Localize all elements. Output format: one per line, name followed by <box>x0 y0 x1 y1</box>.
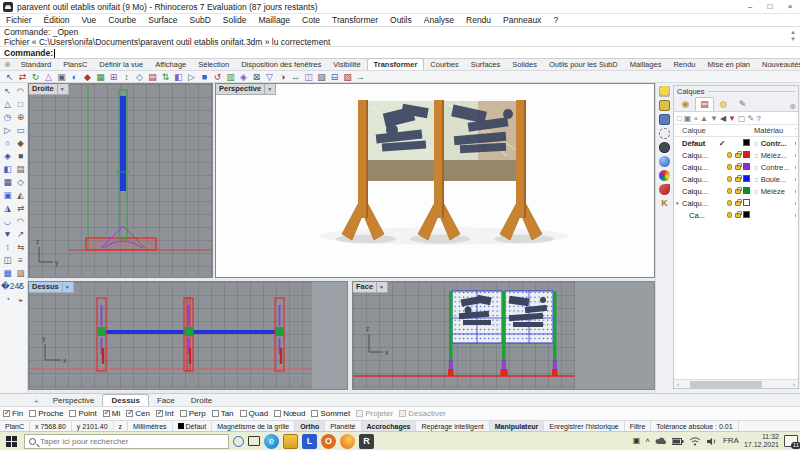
tray-app-icon[interactable]: ▣ <box>633 436 641 446</box>
cortana-icon[interactable] <box>233 436 244 447</box>
viewport-face-label[interactable]: Face▼ <box>353 282 388 293</box>
layer-linetype[interactable]: Continu <box>795 151 796 160</box>
bulb-icon[interactable] <box>659 86 670 97</box>
gear-icon[interactable]: ⊕ <box>789 102 796 111</box>
edge-icon[interactable]: e <box>264 434 279 449</box>
layer-lock-icon[interactable] <box>735 213 741 218</box>
menu-item[interactable]: Édition <box>38 15 76 25</box>
move-down-icon[interactable]: ▼ <box>710 114 718 123</box>
menu-item[interactable]: Fichier <box>0 15 38 25</box>
ribbon-tab[interactable]: Visibilité <box>327 59 366 70</box>
add-viewport-button[interactable]: + <box>28 397 45 406</box>
checkbox-icon[interactable] <box>29 410 36 417</box>
units-cell[interactable]: Millimètres <box>128 421 172 431</box>
osnap-checkbox[interactable]: Proche <box>29 409 63 418</box>
office-icon[interactable]: O <box>321 434 336 449</box>
checkbox-icon[interactable] <box>212 410 219 417</box>
ribbon-tab[interactable]: Transformer <box>367 58 425 70</box>
save-icon[interactable] <box>659 114 670 125</box>
layer-row[interactable]: ▾ Calqu... ✓ ○ Continu <box>674 197 798 209</box>
search-input[interactable] <box>40 437 200 446</box>
toolbar-icon[interactable]: ⇅ <box>159 72 172 82</box>
layer-row[interactable]: Calqu... ✓ ○ Boule... Continu <box>674 173 798 185</box>
checkbox-icon[interactable] <box>69 410 76 417</box>
lasso-icon[interactable] <box>659 128 670 139</box>
perspective-render[interactable] <box>216 84 655 278</box>
filter-left-icon[interactable]: ◀ <box>720 114 726 123</box>
chevron-down-icon[interactable]: ▼ <box>264 84 272 94</box>
chevron-down-icon[interactable]: ▼ <box>57 84 65 94</box>
checkbox-icon[interactable] <box>240 410 247 417</box>
viewport-tab[interactable]: Face <box>149 395 183 406</box>
tool-icon[interactable]: ▩ <box>1 267 14 280</box>
menu-item[interactable]: Outils <box>384 15 418 25</box>
tool-icon[interactable]: ⊕ <box>14 111 27 124</box>
layer-linetype[interactable]: Continu <box>795 175 796 184</box>
ribbon-tab[interactable]: Mise en plan <box>702 59 757 70</box>
toolbar-icon[interactable]: ▦ <box>94 72 107 82</box>
layer-linetype[interactable]: Continu <box>795 163 796 172</box>
layer-visibility-icon[interactable] <box>727 164 732 170</box>
status-toggle[interactable]: Filtre <box>625 421 652 431</box>
osnap-checkbox[interactable]: Mi <box>103 409 120 418</box>
tool-icon[interactable]: ◠ <box>14 85 27 98</box>
battery-icon[interactable] <box>672 437 684 446</box>
toolbar-icon[interactable]: ◐ <box>68 72 81 82</box>
ribbon-tab[interactable]: Outils pour les SubD <box>543 59 624 70</box>
render-globe-icon[interactable] <box>659 142 670 153</box>
layers-tab-icon[interactable]: ▤ <box>695 97 714 111</box>
toolbar-icon[interactable]: ◈ <box>237 72 250 82</box>
toolbar-icon[interactable]: ◧ <box>172 72 185 82</box>
menu-item[interactable]: Cote <box>296 15 326 25</box>
layer-name[interactable]: Calqu... <box>682 163 719 172</box>
viewport-tab[interactable]: Dessus <box>102 394 148 406</box>
ribbon-tab[interactable]: Définir la vue <box>93 59 149 70</box>
status-toggle[interactable]: Ortho <box>295 421 325 431</box>
file-explorer-icon[interactable] <box>283 434 298 449</box>
delete-layer-icon[interactable]: × <box>693 114 698 123</box>
layer-row[interactable]: Calqu... ✓ ○ Mélèze Continu <box>674 185 798 197</box>
tool-icon[interactable]: ↕ <box>1 241 14 254</box>
tool-icon[interactable]: ▦ <box>1 176 14 189</box>
cplane-cell[interactable]: PlanC <box>0 421 30 431</box>
new-layer-icon[interactable]: □ <box>677 114 682 123</box>
checkbox-icon[interactable] <box>274 410 281 417</box>
dessus-view-drawing[interactable]: y x <box>29 282 348 390</box>
layer-material[interactable]: ○ Boule... <box>754 175 795 184</box>
tool-icon[interactable]: ▤ <box>14 163 27 176</box>
layer-linetype[interactable]: Continu <box>795 211 796 220</box>
toolbar-icon[interactable]: ▧ <box>341 72 354 82</box>
toolbar-icon[interactable]: ◆ <box>81 72 94 82</box>
tool-icon[interactable]: ⇆ <box>14 241 27 254</box>
speaker-icon[interactable] <box>706 437 718 446</box>
toolbar-icon[interactable]: ▤ <box>146 72 159 82</box>
scroll-left-icon[interactable]: ‹ <box>674 381 682 387</box>
menu-item[interactable]: Surface <box>142 15 183 25</box>
layer-row[interactable]: Calqu... ✓ ○ Contre... Continu <box>674 161 798 173</box>
toolbar-icon[interactable]: ↖ <box>3 72 16 82</box>
start-button[interactable] <box>2 434 20 448</box>
scroll-right-icon[interactable]: › <box>790 381 798 387</box>
layer-color-swatch[interactable] <box>743 163 750 170</box>
layer-name[interactable]: Défaut <box>682 139 719 148</box>
layer-row[interactable]: Défaut ✓ ○ Contr... Continu <box>674 137 798 149</box>
viewport-tab[interactable]: Droite <box>183 395 220 406</box>
layer-visibility-icon[interactable] <box>727 176 732 182</box>
tool-icon[interactable]: �245 <box>1 280 14 293</box>
bolt-icon[interactable]: K <box>659 198 670 209</box>
funnel-icon[interactable]: ▼ <box>728 114 736 123</box>
toolbar-icon[interactable]: ⊞ <box>107 72 120 82</box>
menu-item[interactable]: ? <box>547 15 564 25</box>
menu-item[interactable]: Maillage <box>252 15 296 25</box>
osnap-checkbox[interactable]: Perp <box>180 409 206 418</box>
ribbon-tab[interactable]: Standard <box>15 59 57 70</box>
osnap-checkbox[interactable]: Nœud <box>274 409 305 418</box>
layer-visibility-icon[interactable] <box>727 212 732 218</box>
layer-color-swatch[interactable] <box>743 211 750 218</box>
layer-material[interactable]: ○ Contr... <box>754 139 795 148</box>
layer-name[interactable]: Calqu... <box>682 199 719 208</box>
tool-icon[interactable]: ≡ <box>14 254 27 267</box>
ribbon-tab[interactable]: Sélection <box>192 59 235 70</box>
menu-item[interactable]: Courbe <box>102 15 142 25</box>
tool-icon[interactable]: ◠ <box>14 215 27 228</box>
